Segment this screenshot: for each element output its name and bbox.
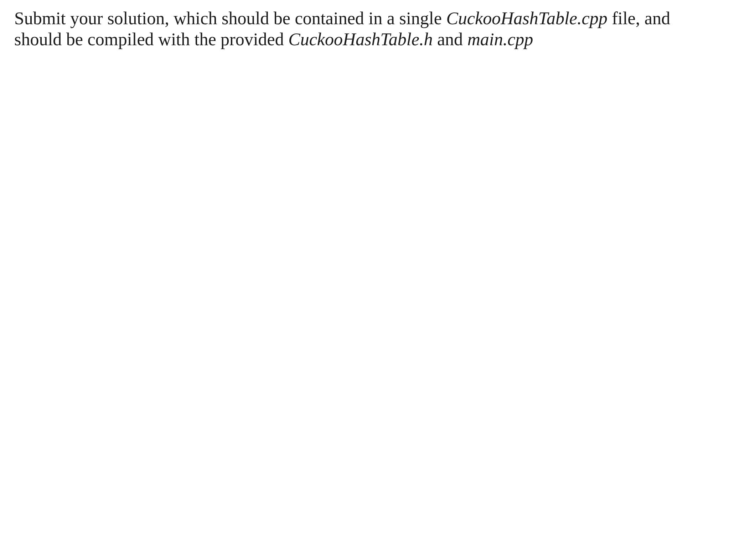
document-page: Submit your solution, which should be co… [0,0,729,560]
text-segment: Submit your solution, which should be co… [14,8,446,28]
filename-header: CuckooHashTable.h [288,29,433,49]
text-segment: and [433,29,467,49]
instruction-paragraph: Submit your solution, which should be co… [14,8,713,50]
filename-main: main.cpp [467,29,533,49]
filename-cpp: CuckooHashTable.cpp [446,8,607,28]
